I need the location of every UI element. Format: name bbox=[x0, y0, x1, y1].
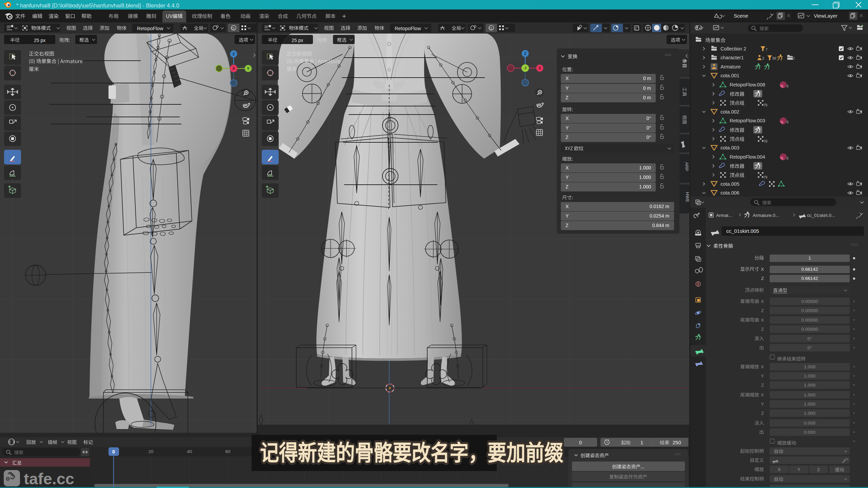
svg-text:X: X bbox=[232, 66, 235, 70]
svg-text:X: X bbox=[538, 66, 541, 70]
svg-text:ViewLayer: ViewLayer bbox=[814, 13, 837, 19]
svg-text:0: 0 bbox=[112, 449, 115, 454]
svg-text:Z: Z bbox=[233, 52, 235, 56]
svg-text:Scene: Scene bbox=[734, 13, 748, 19]
svg-text:-Y: -Y bbox=[524, 66, 527, 70]
svg-text:Z: Z bbox=[524, 52, 527, 56]
svg-text:Y: Y bbox=[247, 66, 250, 70]
